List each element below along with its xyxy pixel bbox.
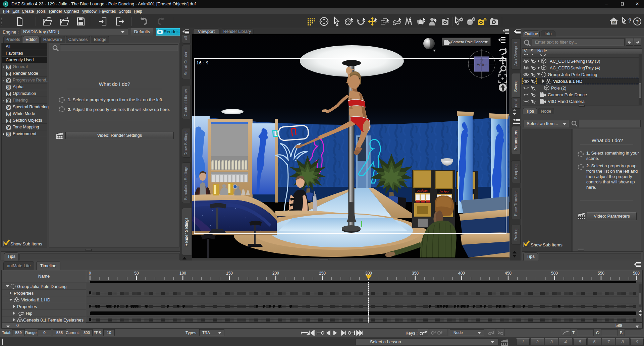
svg-text:?: ? [628, 18, 632, 23]
svg-text:DS: DS [612, 21, 615, 24]
svg-text:?: ? [636, 19, 639, 24]
